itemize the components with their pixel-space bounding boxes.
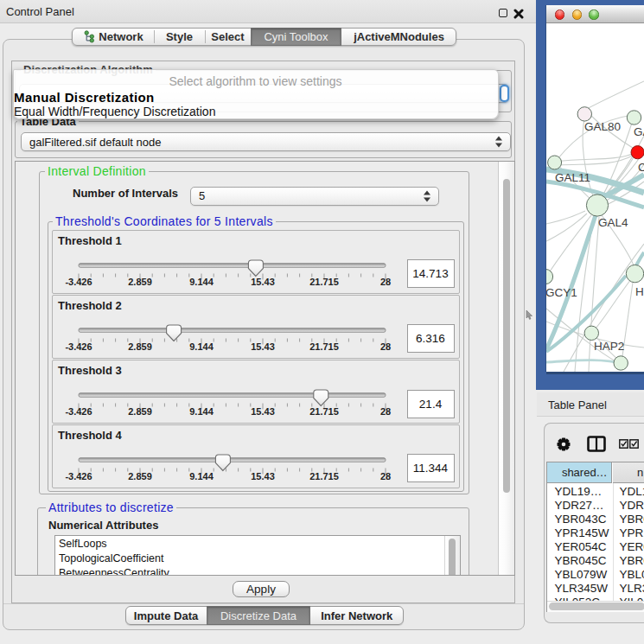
svg-text:9.144: 9.144 bbox=[189, 341, 214, 352]
svg-text:2.859: 2.859 bbox=[128, 341, 152, 352]
svg-text:C: C bbox=[638, 161, 644, 174]
svg-text:21.715: 21.715 bbox=[309, 471, 339, 481]
svg-text:9.144: 9.144 bbox=[189, 406, 214, 417]
svg-text:21.715: 21.715 bbox=[309, 341, 339, 352]
svg-text:15.43: 15.43 bbox=[251, 471, 275, 481]
svg-text:GAL11: GAL11 bbox=[555, 171, 590, 184]
svg-text:15.43: 15.43 bbox=[251, 406, 275, 417]
svg-text:21.715: 21.715 bbox=[309, 406, 339, 417]
svg-text:28: 28 bbox=[380, 341, 391, 352]
svg-text:2.859: 2.859 bbox=[128, 406, 152, 417]
svg-text:GA: GA bbox=[634, 125, 644, 138]
svg-text:28: 28 bbox=[380, 406, 391, 417]
svg-text:15.43: 15.43 bbox=[251, 276, 275, 286]
svg-text:2.859: 2.859 bbox=[128, 276, 152, 286]
svg-text:21.715: 21.715 bbox=[309, 276, 339, 286]
svg-text:-3.426: -3.426 bbox=[65, 471, 92, 481]
svg-text:28: 28 bbox=[380, 276, 391, 286]
svg-text:15.43: 15.43 bbox=[251, 341, 275, 352]
svg-text:2.859: 2.859 bbox=[128, 471, 152, 481]
svg-text:GAL80: GAL80 bbox=[584, 120, 621, 133]
svg-text:9.144: 9.144 bbox=[189, 471, 214, 481]
svg-text:28: 28 bbox=[380, 471, 391, 481]
svg-text:H: H bbox=[635, 285, 644, 298]
svg-text:-3.426: -3.426 bbox=[65, 341, 92, 352]
svg-text:-3.426: -3.426 bbox=[65, 406, 92, 417]
svg-text:-3.426: -3.426 bbox=[65, 276, 92, 286]
svg-text:GCY1: GCY1 bbox=[546, 286, 577, 299]
svg-text:HAP2: HAP2 bbox=[594, 340, 624, 353]
svg-text:9.144: 9.144 bbox=[189, 276, 214, 286]
svg-text:GAL4: GAL4 bbox=[598, 216, 628, 229]
